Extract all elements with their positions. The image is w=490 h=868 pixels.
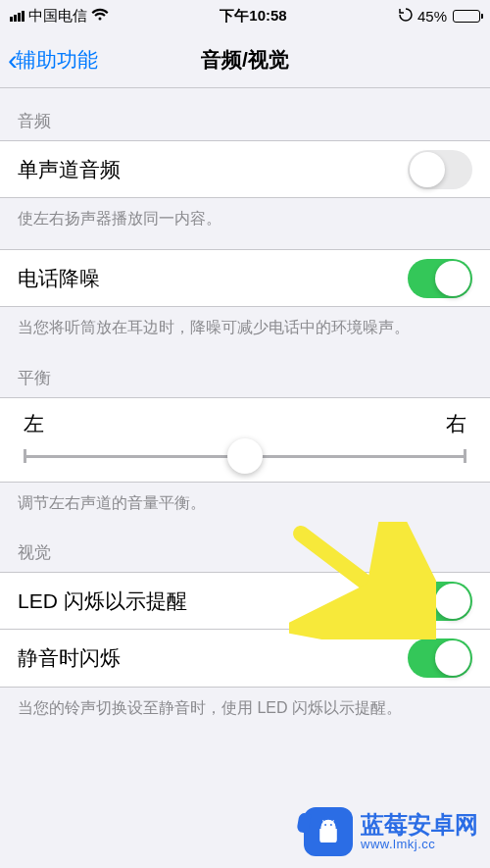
carrier-label: 中国电信 xyxy=(28,7,87,26)
watermark-logo-icon xyxy=(304,807,353,856)
status-time: 下午10:58 xyxy=(109,7,398,26)
back-label: 辅助功能 xyxy=(16,46,98,74)
led-flash-switch[interactable] xyxy=(408,582,472,621)
section-header-visual: 视觉 xyxy=(0,520,490,572)
balance-slider-thumb[interactable] xyxy=(227,438,263,474)
mono-audio-cell: 单声道音频 xyxy=(0,140,490,198)
balance-footer: 调节左右声道的音量平衡。 xyxy=(0,483,490,520)
battery-icon xyxy=(453,10,480,23)
phone-noise-label: 电话降噪 xyxy=(18,265,408,292)
flash-on-silent-switch[interactable] xyxy=(408,638,472,678)
led-flash-label: LED 闪烁以示提醒 xyxy=(18,587,408,615)
watermark-url: www.lmkj.cc xyxy=(361,838,478,852)
balance-right-label: 右 xyxy=(446,410,466,437)
watermark-title: 蓝莓安卓网 xyxy=(361,811,478,839)
balance-slider[interactable] xyxy=(24,455,466,458)
balance-control: 左 右 xyxy=(0,397,490,483)
section-header-balance: 平衡 xyxy=(0,345,490,397)
watermark: 蓝莓安卓网 www.lmkj.cc xyxy=(304,807,478,856)
balance-left-label: 左 xyxy=(24,410,44,437)
phone-noise-switch[interactable] xyxy=(408,259,472,298)
flash-on-silent-label: 静音时闪烁 xyxy=(18,644,408,672)
status-bar: 中国电信 下午10:58 45% xyxy=(0,0,490,31)
page-title: 音频/视觉 xyxy=(201,46,289,74)
svg-point-1 xyxy=(324,824,326,826)
phone-noise-footer: 当您将听筒放在耳边时，降噪可减少电话中的环境噪声。 xyxy=(0,307,490,344)
mono-audio-switch[interactable] xyxy=(408,150,472,189)
led-flash-cell: LED 闪烁以示提醒 xyxy=(0,572,490,630)
visual-footer: 当您的铃声切换设至静音时，使用 LED 闪烁以示提醒。 xyxy=(0,688,490,725)
orientation-lock-icon xyxy=(398,7,414,26)
nav-header: ‹ 辅助功能 音频/视觉 xyxy=(0,31,490,88)
section-header-audio: 音频 xyxy=(0,88,490,140)
cellular-signal-icon xyxy=(10,11,24,22)
battery-percent: 45% xyxy=(417,8,447,25)
mono-audio-label: 单声道音频 xyxy=(18,156,408,183)
mono-audio-footer: 使左右扬声器播放同一内容。 xyxy=(0,198,490,235)
wifi-icon xyxy=(91,8,109,25)
back-button[interactable]: ‹ 辅助功能 xyxy=(8,45,98,75)
phone-noise-cell: 电话降噪 xyxy=(0,249,490,307)
flash-on-silent-cell: 静音时闪烁 xyxy=(0,630,490,688)
svg-point-2 xyxy=(330,824,332,826)
